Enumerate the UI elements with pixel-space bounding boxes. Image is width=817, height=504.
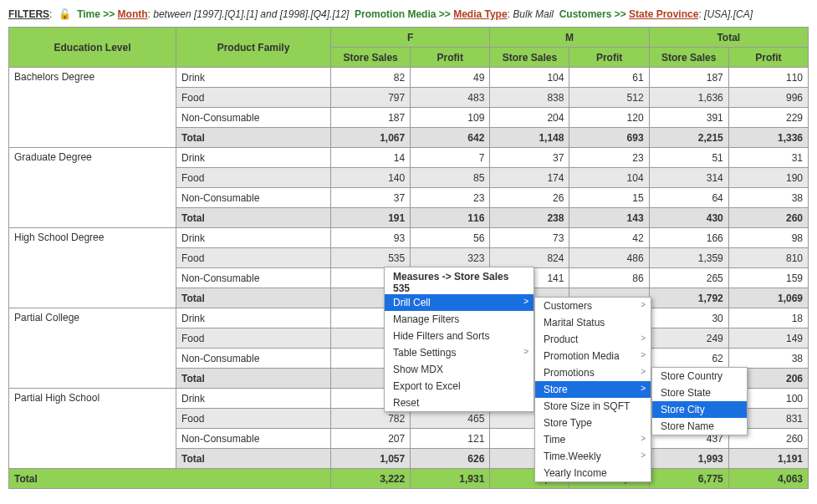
subtotal-label[interactable]: Total	[176, 208, 331, 228]
subtotal-cell[interactable]: 1,148	[490, 128, 569, 148]
row-product-family[interactable]: Drink	[176, 148, 331, 168]
row-education[interactable]: Partial High School	[9, 389, 176, 469]
grandtotal-cell[interactable]: 6,775	[649, 469, 728, 489]
data-cell[interactable]: 810	[728, 248, 808, 268]
header-product-family[interactable]: Product Family	[176, 28, 331, 68]
data-cell[interactable]: 26	[490, 188, 569, 208]
data-cell[interactable]: 207	[331, 429, 411, 449]
subtotal-cell[interactable]: 143	[569, 208, 649, 228]
data-cell[interactable]: 483	[411, 88, 490, 108]
header-group-m[interactable]: M	[490, 28, 649, 48]
row-education[interactable]: High School Degree	[9, 228, 176, 308]
data-cell[interactable]: 187	[331, 108, 411, 128]
data-cell[interactable]: 159	[728, 268, 808, 288]
data-cell[interactable]: 23	[411, 188, 490, 208]
data-cell[interactable]: 149	[728, 328, 808, 349]
data-cell[interactable]: 23	[569, 148, 649, 168]
row-product-family[interactable]: Non-Consumable	[176, 108, 331, 128]
data-cell[interactable]: 37	[490, 148, 569, 168]
data-cell[interactable]: 121	[411, 429, 490, 449]
drill-submenu-item[interactable]: Time.Weekly	[535, 448, 651, 465]
store-submenu-item[interactable]: Store Name	[652, 418, 747, 435]
data-cell[interactable]: 49	[411, 68, 490, 88]
context-menu-item[interactable]: Manage Filters	[385, 311, 534, 328]
subtotal-cell[interactable]: 191	[331, 208, 411, 228]
data-cell[interactable]: 18	[728, 308, 808, 328]
data-cell[interactable]: 174	[490, 168, 569, 188]
row-product-family[interactable]: Food	[176, 88, 331, 108]
grandtotal-cell[interactable]: 4,063	[728, 469, 808, 489]
filter-dimension[interactable]: Time	[77, 8, 100, 20]
data-cell[interactable]: 14	[331, 148, 411, 168]
drill-submenu-item[interactable]: Time	[535, 431, 651, 448]
data-cell[interactable]: 85	[411, 168, 490, 188]
drill-submenu-item[interactable]: Marital Status	[535, 314, 651, 331]
data-cell[interactable]: 109	[411, 108, 490, 128]
data-cell[interactable]: 265	[649, 268, 728, 288]
drill-submenu-item[interactable]: Promotions	[535, 364, 651, 381]
drill-submenu-item[interactable]: Yearly Income	[535, 465, 651, 481]
subtotal-cell[interactable]: 1,792	[649, 288, 728, 308]
row-product-family[interactable]: Food	[176, 168, 331, 188]
data-cell[interactable]: 104	[569, 168, 649, 188]
subtotal-cell[interactable]: 642	[411, 128, 490, 148]
data-cell[interactable]: 64	[649, 188, 728, 208]
subtotal-cell[interactable]: 116	[411, 208, 490, 228]
data-cell[interactable]: 229	[728, 108, 808, 128]
data-cell[interactable]: 187	[649, 68, 728, 88]
row-product-family[interactable]: Drink	[176, 308, 331, 328]
data-cell[interactable]: 93	[331, 228, 411, 248]
context-menu-item[interactable]: Hide Filters and Sorts	[385, 328, 534, 344]
data-cell[interactable]: 535	[331, 248, 411, 268]
subtotal-cell[interactable]: 1,069	[728, 288, 808, 308]
drill-submenu-item[interactable]: Store Type	[535, 415, 651, 431]
row-education[interactable]: Partial College	[9, 308, 176, 389]
row-product-family[interactable]: Food	[176, 409, 331, 429]
filter-dimension[interactable]: Promotion Media	[355, 8, 436, 20]
data-cell[interactable]: 110	[728, 68, 808, 88]
subtotal-cell[interactable]: 1,067	[331, 128, 411, 148]
data-cell[interactable]: 824	[490, 248, 569, 268]
subtotal-cell[interactable]: 1,336	[728, 128, 808, 148]
data-cell[interactable]: 314	[649, 168, 728, 188]
grandtotal-label[interactable]: Total	[9, 469, 331, 489]
row-product-family[interactable]: Non-Consumable	[176, 349, 331, 369]
subtotal-label[interactable]: Total	[176, 369, 331, 389]
data-cell[interactable]: 166	[649, 228, 728, 248]
row-product-family[interactable]: Non-Consumable	[176, 188, 331, 208]
subtotal-label[interactable]: Total	[176, 449, 331, 469]
header-education[interactable]: Education Level	[9, 28, 176, 68]
data-cell[interactable]: 86	[569, 268, 649, 288]
row-product-family[interactable]: Drink	[176, 389, 331, 409]
header-group-total[interactable]: Total	[649, 28, 808, 48]
data-cell[interactable]: 1,359	[649, 248, 728, 268]
filter-level[interactable]: Media Type	[453, 8, 507, 20]
subtotal-cell[interactable]: 1,191	[728, 449, 808, 469]
subtotal-cell[interactable]: 260	[728, 208, 808, 228]
context-menu-item[interactable]: Export to Excel	[385, 378, 534, 395]
header-group-f[interactable]: F	[331, 28, 490, 48]
data-cell[interactable]: 42	[569, 228, 649, 248]
data-cell[interactable]: 190	[728, 168, 808, 188]
data-cell[interactable]: 62	[649, 349, 728, 369]
drill-submenu-item[interactable]: Store Size in SQFT	[535, 398, 651, 415]
data-cell[interactable]: 838	[490, 88, 569, 108]
context-menu-item[interactable]: Table Settings	[385, 344, 534, 361]
subtotal-cell[interactable]: 238	[490, 208, 569, 228]
data-cell[interactable]: 15	[569, 188, 649, 208]
row-product-family[interactable]: Non-Consumable	[176, 429, 331, 449]
grandtotal-cell[interactable]: 1,931	[411, 469, 490, 489]
data-cell[interactable]: 996	[728, 88, 808, 108]
data-cell[interactable]: 38	[728, 188, 808, 208]
subtotal-label[interactable]: Total	[176, 288, 331, 308]
row-product-family[interactable]: Drink	[176, 228, 331, 248]
data-cell[interactable]: 249	[649, 328, 728, 349]
header-measure[interactable]: Store Sales	[331, 48, 411, 68]
data-cell[interactable]: 323	[411, 248, 490, 268]
data-cell[interactable]: 204	[490, 108, 569, 128]
filter-level[interactable]: State Province	[629, 8, 698, 20]
subtotal-cell[interactable]: 626	[411, 449, 490, 469]
data-cell[interactable]: 31	[728, 148, 808, 168]
data-cell[interactable]: 56	[411, 228, 490, 248]
header-measure[interactable]: Store Sales	[649, 48, 728, 68]
